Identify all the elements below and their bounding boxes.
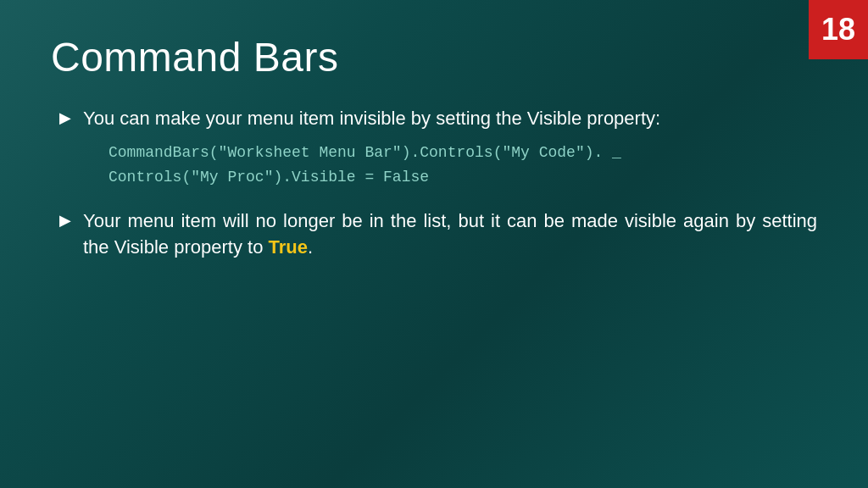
bullet-arrow-1: ▶ (59, 108, 71, 127)
slide-container: 18 Command Bars ▶ You can make your menu… (0, 0, 868, 488)
bullet-2-text-before: Your menu item will no longer be in the … (83, 210, 817, 258)
bullet-2-highlight: True (269, 236, 308, 258)
slide-number: 18 (821, 12, 855, 47)
bullet-1-content: You can make your menu item invisible by… (83, 106, 660, 193)
content-area: ▶ You can make your menu item invisible … (51, 106, 817, 261)
slide-number-badge: 18 (809, 0, 868, 59)
code-block: CommandBars("Worksheet Menu Bar").Contro… (108, 141, 660, 190)
code-line-1: CommandBars("Worksheet Menu Bar").Contro… (108, 141, 660, 165)
bullet-arrow-2: ▶ (59, 211, 71, 230)
bullet-2-text-after: . (308, 236, 313, 258)
code-line-2: Controls("My Proc").Visible = False (108, 165, 660, 190)
slide-title: Command Bars (51, 34, 817, 80)
bullet-1-text: You can make your menu item invisible by… (83, 108, 660, 129)
bullet-item-2: ▶ Your menu item will no longer be in th… (59, 208, 817, 261)
bullet-item-1: ▶ You can make your menu item invisible … (59, 106, 817, 193)
bullet-2-content: Your menu item will no longer be in the … (83, 208, 817, 261)
